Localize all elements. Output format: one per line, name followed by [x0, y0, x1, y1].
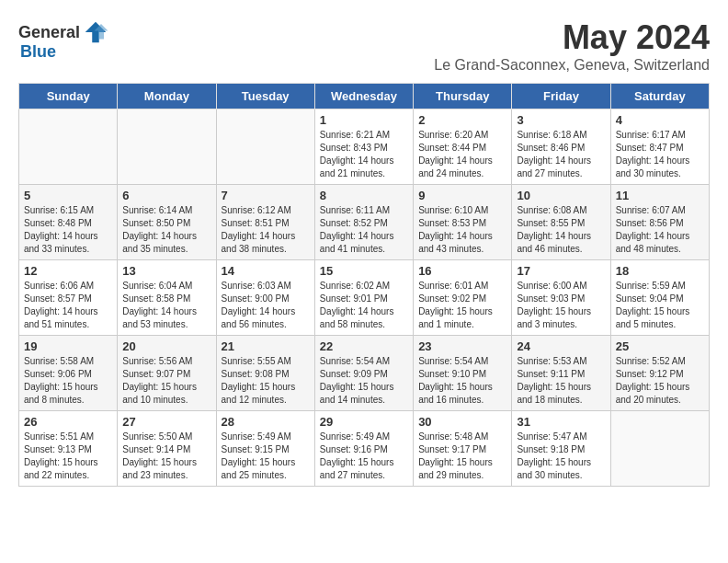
calendar-cell: 29Sunrise: 5:49 AMSunset: 9:16 PMDayligh…	[314, 411, 413, 487]
date-number: 18	[616, 264, 704, 278]
calendar-cell: 15Sunrise: 6:02 AMSunset: 9:01 PMDayligh…	[314, 260, 413, 336]
calendar-cell: 23Sunrise: 5:54 AMSunset: 9:10 PMDayligh…	[414, 336, 512, 411]
calendar-cell: 9Sunrise: 6:10 AMSunset: 8:53 PMDaylight…	[414, 185, 512, 260]
calendar-week-3: 12Sunrise: 6:06 AMSunset: 8:57 PMDayligh…	[19, 260, 710, 336]
cell-sun-info: Sunrise: 5:59 AMSunset: 9:04 PMDaylight:…	[616, 280, 704, 331]
date-number: 7	[222, 189, 310, 202]
calendar-cell: 16Sunrise: 6:01 AMSunset: 9:02 PMDayligh…	[414, 260, 512, 336]
date-number: 2	[418, 113, 506, 127]
cell-sun-info: Sunrise: 5:53 AMSunset: 9:11 PMDaylight:…	[517, 355, 605, 407]
cell-sun-info: Sunrise: 6:04 AMSunset: 8:58 PMDaylight:…	[122, 280, 210, 331]
date-number: 8	[320, 189, 408, 202]
cell-sun-info: Sunrise: 5:52 AMSunset: 9:12 PMDaylight:…	[616, 355, 704, 407]
calendar-cell: 3Sunrise: 6:18 AMSunset: 8:46 PMDaylight…	[512, 109, 610, 185]
date-number: 28	[222, 415, 310, 429]
cell-sun-info: Sunrise: 5:54 AMSunset: 9:10 PMDaylight:…	[418, 355, 506, 407]
cell-sun-info: Sunrise: 6:00 AMSunset: 9:03 PMDaylight:…	[517, 280, 605, 331]
cell-sun-info: Sunrise: 6:03 AMSunset: 9:00 PMDaylight:…	[222, 280, 310, 331]
weekday-header-tuesday: Tuesday	[216, 84, 314, 109]
cell-sun-info: Sunrise: 6:20 AMSunset: 8:44 PMDaylight:…	[418, 129, 506, 180]
date-number: 15	[320, 264, 408, 278]
calendar-cell: 4Sunrise: 6:17 AMSunset: 8:47 PMDaylight…	[610, 109, 709, 185]
calendar-cell: 22Sunrise: 5:54 AMSunset: 9:09 PMDayligh…	[314, 336, 413, 411]
calendar-cell	[216, 109, 314, 185]
logo-general-text: General	[18, 23, 80, 42]
date-number: 9	[418, 189, 506, 202]
calendar-cell	[118, 109, 216, 185]
calendar-week-1: 1Sunrise: 6:21 AMSunset: 8:43 PMDaylight…	[19, 109, 710, 185]
cell-sun-info: Sunrise: 6:07 AMSunset: 8:56 PMDaylight:…	[616, 204, 704, 256]
calendar-table: SundayMondayTuesdayWednesdayThursdayFrid…	[18, 83, 710, 487]
date-number: 24	[517, 339, 605, 353]
weekday-header-saturday: Saturday	[610, 84, 709, 109]
calendar-cell: 28Sunrise: 5:49 AMSunset: 9:15 PMDayligh…	[216, 411, 314, 487]
date-number: 16	[418, 264, 506, 278]
date-number: 31	[517, 415, 605, 429]
logo-blue-text: Blue	[20, 42, 56, 62]
calendar-cell: 31Sunrise: 5:47 AMSunset: 9:18 PMDayligh…	[512, 411, 610, 487]
calendar-cell: 21Sunrise: 5:55 AMSunset: 9:08 PMDayligh…	[216, 336, 314, 411]
calendar-cell: 19Sunrise: 5:58 AMSunset: 9:06 PMDayligh…	[19, 336, 118, 411]
cell-sun-info: Sunrise: 5:54 AMSunset: 9:09 PMDaylight:…	[320, 355, 408, 407]
date-number: 13	[122, 264, 210, 278]
weekday-header-thursday: Thursday	[414, 84, 512, 109]
calendar-cell: 24Sunrise: 5:53 AMSunset: 9:11 PMDayligh…	[512, 336, 610, 411]
date-number: 6	[122, 189, 210, 202]
date-number: 27	[122, 415, 210, 429]
month-year-title: May 2024	[434, 18, 710, 57]
cell-sun-info: Sunrise: 6:06 AMSunset: 8:57 PMDaylight:…	[24, 280, 112, 331]
date-number: 26	[24, 415, 112, 429]
cell-sun-info: Sunrise: 6:11 AMSunset: 8:52 PMDaylight:…	[320, 204, 408, 256]
date-number: 19	[24, 339, 112, 353]
cell-sun-info: Sunrise: 6:01 AMSunset: 9:02 PMDaylight:…	[418, 280, 506, 331]
cell-sun-info: Sunrise: 6:18 AMSunset: 8:46 PMDaylight:…	[517, 129, 605, 180]
calendar-cell: 17Sunrise: 6:00 AMSunset: 9:03 PMDayligh…	[512, 260, 610, 336]
cell-sun-info: Sunrise: 6:14 AMSunset: 8:50 PMDaylight:…	[122, 204, 210, 256]
cell-sun-info: Sunrise: 5:50 AMSunset: 9:14 PMDaylight:…	[122, 431, 210, 482]
weekday-header-row: SundayMondayTuesdayWednesdayThursdayFrid…	[19, 84, 710, 109]
calendar-cell: 13Sunrise: 6:04 AMSunset: 8:58 PMDayligh…	[118, 260, 216, 336]
calendar-cell: 12Sunrise: 6:06 AMSunset: 8:57 PMDayligh…	[19, 260, 118, 336]
weekday-header-sunday: Sunday	[19, 84, 118, 109]
calendar-cell: 11Sunrise: 6:07 AMSunset: 8:56 PMDayligh…	[610, 185, 709, 260]
calendar-cell: 5Sunrise: 6:15 AMSunset: 8:48 PMDaylight…	[19, 185, 118, 260]
date-number: 22	[320, 339, 408, 353]
calendar-cell: 26Sunrise: 5:51 AMSunset: 9:13 PMDayligh…	[19, 411, 118, 487]
date-number: 1	[320, 113, 408, 127]
date-number: 14	[222, 264, 310, 278]
date-number: 20	[122, 339, 210, 353]
calendar-cell	[610, 411, 709, 487]
calendar-cell: 2Sunrise: 6:20 AMSunset: 8:44 PMDaylight…	[414, 109, 512, 185]
cell-sun-info: Sunrise: 5:49 AMSunset: 9:15 PMDaylight:…	[222, 431, 310, 482]
cell-sun-info: Sunrise: 5:55 AMSunset: 9:08 PMDaylight:…	[222, 355, 310, 407]
location-subtitle: Le Grand-Saconnex, Geneva, Switzerland	[434, 57, 710, 74]
date-number: 30	[418, 415, 506, 429]
date-number: 17	[517, 264, 605, 278]
cell-sun-info: Sunrise: 6:08 AMSunset: 8:55 PMDaylight:…	[517, 204, 605, 256]
calendar-week-2: 5Sunrise: 6:15 AMSunset: 8:48 PMDaylight…	[19, 185, 710, 260]
date-number: 4	[616, 113, 704, 127]
cell-sun-info: Sunrise: 5:49 AMSunset: 9:16 PMDaylight:…	[320, 431, 408, 482]
date-number: 25	[616, 339, 704, 353]
weekday-header-monday: Monday	[118, 84, 216, 109]
calendar-week-4: 19Sunrise: 5:58 AMSunset: 9:06 PMDayligh…	[19, 336, 710, 411]
calendar-week-5: 26Sunrise: 5:51 AMSunset: 9:13 PMDayligh…	[19, 411, 710, 487]
calendar-cell: 27Sunrise: 5:50 AMSunset: 9:14 PMDayligh…	[118, 411, 216, 487]
calendar-cell: 7Sunrise: 6:12 AMSunset: 8:51 PMDaylight…	[216, 185, 314, 260]
page-header: General Blue May 2024 Le Grand-Saconnex,…	[18, 18, 710, 74]
date-number: 5	[24, 189, 112, 202]
date-number: 3	[517, 113, 605, 127]
weekday-header-friday: Friday	[512, 84, 610, 109]
date-number: 23	[418, 339, 506, 353]
cell-sun-info: Sunrise: 5:48 AMSunset: 9:17 PMDaylight:…	[418, 431, 506, 482]
cell-sun-info: Sunrise: 5:56 AMSunset: 9:07 PMDaylight:…	[122, 355, 210, 407]
calendar-cell: 18Sunrise: 5:59 AMSunset: 9:04 PMDayligh…	[610, 260, 709, 336]
date-number: 11	[616, 189, 704, 202]
cell-sun-info: Sunrise: 5:58 AMSunset: 9:06 PMDaylight:…	[24, 355, 112, 407]
logo-icon	[82, 18, 109, 46]
calendar-cell	[19, 109, 118, 185]
date-number: 10	[517, 189, 605, 202]
cell-sun-info: Sunrise: 6:12 AMSunset: 8:51 PMDaylight:…	[222, 204, 310, 256]
calendar-cell: 25Sunrise: 5:52 AMSunset: 9:12 PMDayligh…	[610, 336, 709, 411]
title-section: May 2024 Le Grand-Saconnex, Geneva, Swit…	[434, 18, 710, 74]
